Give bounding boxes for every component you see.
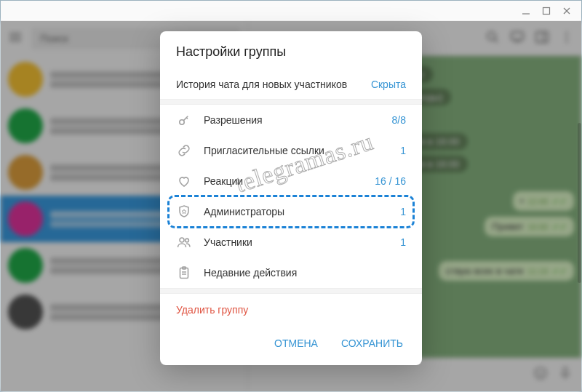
option-value: 1 xyxy=(400,236,406,248)
clipboard-icon xyxy=(176,265,192,281)
admins-row[interactable]: Администраторы 1 xyxy=(160,196,422,227)
permissions-row[interactable]: Разрешения 8/8 xyxy=(160,105,422,135)
history-label: История чата для новых участников xyxy=(176,79,347,90)
history-row[interactable]: История чата для новых участников Скрыта xyxy=(160,70,422,99)
heart-icon xyxy=(176,173,192,189)
reactions-row[interactable]: Реакции 16 / 16 xyxy=(160,166,422,196)
svg-point-21 xyxy=(186,239,189,242)
modal-footer: ОТМЕНА СОХРАНИТЬ xyxy=(160,326,422,365)
close-button[interactable] xyxy=(557,4,577,18)
modal-overlay[interactable]: Настройки группы История чата для новых … xyxy=(1,21,581,391)
option-value: 8/8 xyxy=(392,114,406,126)
recent-actions-row[interactable]: Недавние действия xyxy=(160,257,422,288)
svg-point-19 xyxy=(180,120,184,124)
history-value: Скрыта xyxy=(371,79,406,90)
key-icon xyxy=(176,112,192,128)
option-label: Недавние действия xyxy=(204,267,406,279)
shield-star-icon xyxy=(176,204,192,220)
members-row[interactable]: Участники 1 xyxy=(160,227,422,257)
option-label: Разрешения xyxy=(204,114,380,126)
option-label: Реакции xyxy=(204,175,363,187)
people-icon xyxy=(176,234,192,250)
cancel-button[interactable]: ОТМЕНА xyxy=(266,332,327,355)
save-button[interactable]: СОХРАНИТЬ xyxy=(332,332,412,355)
svg-point-20 xyxy=(180,238,184,242)
option-value: 1 xyxy=(400,206,406,217)
modal-title: Настройки группы xyxy=(160,31,422,70)
option-value: 1 xyxy=(400,145,406,156)
option-label: Участники xyxy=(204,236,388,248)
option-label: Пригласительные ссылки xyxy=(204,145,388,156)
maximize-button[interactable] xyxy=(536,4,557,18)
divider xyxy=(160,288,422,294)
window-titlebar xyxy=(1,1,581,21)
svg-rect-1 xyxy=(543,7,550,14)
link-icon xyxy=(176,143,192,159)
divider xyxy=(160,99,422,105)
option-value: 16 / 16 xyxy=(375,175,406,187)
option-label: Администраторы xyxy=(204,206,388,217)
minimize-button[interactable] xyxy=(516,4,536,18)
invite-links-row[interactable]: Пригласительные ссылки 1 xyxy=(160,135,422,166)
group-settings-modal: Настройки группы История чата для новых … xyxy=(160,31,422,365)
delete-group-button[interactable]: Удалить группу xyxy=(160,294,422,326)
